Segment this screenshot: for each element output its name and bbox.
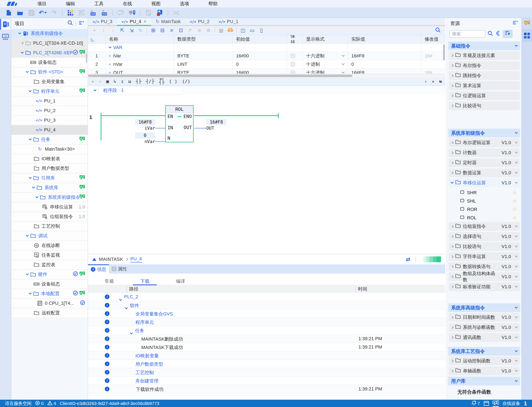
resource-section-系统库高级指令[interactable]: 系统库高级指令 [448,303,520,312]
resource-item-算术运算[interactable]: 算术运算 [449,81,520,90]
tree-item-pu_4[interactable]: </>PU_4 [11,125,88,135]
ladder-canvas[interactable]: 1 ROL EN ENO IN N 16#F8 iVar [88,95,445,254]
subtab-常规[interactable]: 常规 [91,278,127,285]
retain-checkbox[interactable] [291,70,295,74]
resources-favorites-filter-button[interactable] [503,30,513,38]
resource-item-数据转换语句[interactable]: 数据转换语句V1.0 [449,262,520,271]
variable-row-nvar[interactable]: 2nVarLINT0十进制0 [88,60,445,69]
variable-row-out[interactable]: 3OUTBYTE16#00十六进制16#F816# [88,69,445,74]
next-element-button[interactable]: › [424,79,427,84]
operand-value-ivar[interactable]: 16#F8 [135,119,155,125]
tree-item-maintask-30-[interactable]: ↻MainTask<30> [11,145,88,154]
menu-item-6[interactable]: 选项 [170,1,199,7]
tree-item-plc_2-t426e-xep-[interactable]: PLC_2[T426E-XEP... [11,48,88,58]
expand-chevron-icon[interactable] [125,305,127,310]
output-tab-属性[interactable]: 属性 [109,264,130,274]
tree-item-软件-std-[interactable]: 软件 <STD> [11,67,88,77]
tree-item-pu_1[interactable]: </>PU_1 [11,96,88,106]
resources-sort-icon[interactable] [512,20,518,26]
expand-chevron-icon[interactable] [130,330,133,335]
coil-button[interactable]: ( ) [169,79,177,84]
tree-item-程序单元[interactable]: 程序单元 [11,87,88,96]
log-row[interactable]: i工艺控制 [88,368,445,377]
add-row-button[interactable]: + [91,28,98,33]
tree-item-硬件[interactable]: 硬件 [11,270,88,279]
not-contact-button[interactable]: NOT┤├ [159,78,165,85]
operand-value-out[interactable]: 16#F8 [206,119,226,125]
col-header-4[interactable]: 保持 [287,35,303,43]
favorite-star-icon[interactable]: ☆ [512,190,517,196]
online-device-icon[interactable] [492,400,499,407]
resource-item-系统与诊断函数[interactable]: 系统与诊断函数V1.0 [449,323,520,332]
tab-maintask[interactable]: ↻MainTask [151,18,185,25]
select-all-corner[interactable] [88,35,106,43]
resource-item-通讯函数[interactable]: 通讯函数V1.0 [449,333,520,342]
tree-item-位组装指令[interactable]: 位组装指令1.0 [11,212,88,222]
resource-item-比较语句[interactable]: 比较语句 [449,101,520,110]
tree-item-调试[interactable]: 调试 [11,231,88,241]
move-up-button[interactable]: ↑ [101,28,107,33]
resource-item-布尔逻辑运算[interactable]: 布尔逻辑运算V1.0 [449,138,520,147]
table-search-button[interactable] [435,27,441,33]
tree-item-引用库[interactable]: 引用库 [11,173,88,183]
tree-item-plc_1-t324-xe-cd-10-[interactable]: PLC_1[T324-XE-CD-10] [11,39,88,48]
log-row[interactable]: i软件 [88,301,445,310]
tree-item-系统库初级指令[interactable]: 系统库初级指令 [11,29,88,39]
open-project-button[interactable] [16,8,25,17]
tree-item-0-cpu_1-t4-[interactable]: 0 CPU_1[T4... [11,299,88,308]
tree-item-pu_3[interactable]: </>PU_3 [11,116,88,125]
tree-item-工艺控制[interactable]: 工艺控制 [11,222,88,231]
var-initial-value[interactable]: 16#00 [233,52,287,60]
layout-split-button[interactable]: ◫ [240,28,246,33]
output-tab-信息[interactable]: i信息 [88,264,109,274]
network-header[interactable]: 程序段1 [88,86,445,95]
operand-out[interactable]: OUT [206,126,226,131]
compare-swap-icon[interactable]: ⇄ [406,256,410,263]
resource-section-系统库工艺指令[interactable]: 系统库工艺指令 [448,347,520,356]
col-header-5[interactable]: 显示格式 [303,35,348,43]
tree-item-远程配置[interactable]: 远程配置 [11,308,88,318]
favorite-star-icon[interactable]: ☆ [512,215,517,221]
project-sort-icon[interactable] [78,21,84,26]
resource-item-位组装指令[interactable]: 位组装指令V1.0 [449,222,520,231]
resource-item-跳转指令[interactable]: 跳转指令 [449,71,520,80]
modify-value-input[interactable] [421,60,445,68]
export-variables-button[interactable]: ⇲ [128,28,135,33]
rail-communication-icon[interactable] [0,31,11,42]
display-format-dropdown[interactable]: 十六进制 [303,52,348,60]
var-group-row[interactable]: VAR [106,44,174,52]
display-format-dropdown[interactable]: 十六进制 [303,69,348,74]
tree-item-任务监视[interactable]: 任务监视 [11,250,88,260]
favorite-button[interactable]: ☆ [206,28,212,33]
menu-item-4[interactable]: 在线 [113,1,142,7]
tab-pu_3[interactable]: </>PU_3 [88,18,117,25]
resource-item-日期和时间函数[interactable]: 日期和时间函数V1.0 [449,313,520,322]
var-initial-value[interactable]: 16#00 [233,69,287,74]
layout-single-button[interactable]: ▯ [258,28,264,33]
online-device-label[interactable]: 在线设备 [503,400,520,406]
log-row[interactable]: iPLC_2 [88,293,445,301]
log-row[interactable]: i任务 [88,326,445,335]
log-row[interactable]: i下载软件成功1:39:21 PM [88,385,445,393]
resource-item-数组及结构体函数[interactable]: 数组及结构体函数V1.0 [449,272,520,281]
network-collapse-icon[interactable] [94,88,96,91]
instruction-rol[interactable]: ROL☆ [448,214,520,222]
import-variables-button[interactable]: ⇱ [119,28,125,33]
menu-item-1[interactable]: 项目 [28,1,56,7]
prev-element-button[interactable]: ‹ [99,79,102,84]
resource-section-系统库初级指令[interactable]: 系统库初级指令 [448,129,520,137]
breadcrumb-task[interactable]: MAINTASK [99,257,123,262]
resource-item-比较语句[interactable]: 比较语句V1.0 [449,242,520,251]
collapse-panel-icon[interactable] [92,258,96,261]
resource-item-运动控制函数[interactable]: 运动控制函数V1.0 [449,357,520,365]
log-path-text[interactable]: 库创建管理 [135,378,159,384]
subtab-编译[interactable]: 编译 [163,278,198,285]
col-header-2[interactable]: 数据类型 [174,35,233,43]
tab-pu_1[interactable]: </>PU_1 [214,18,243,25]
tree-item-pu_2[interactable]: </>PU_2 [11,106,88,116]
warning-count[interactable]: 4 [47,401,56,406]
log-row[interactable]: iIO映射变量 [88,352,445,360]
tree-item-任务[interactable]: 任务 [11,135,88,145]
comment-button[interactable]: ⊡ [178,28,184,33]
delete-row-button[interactable]: ⊟ [159,28,166,33]
